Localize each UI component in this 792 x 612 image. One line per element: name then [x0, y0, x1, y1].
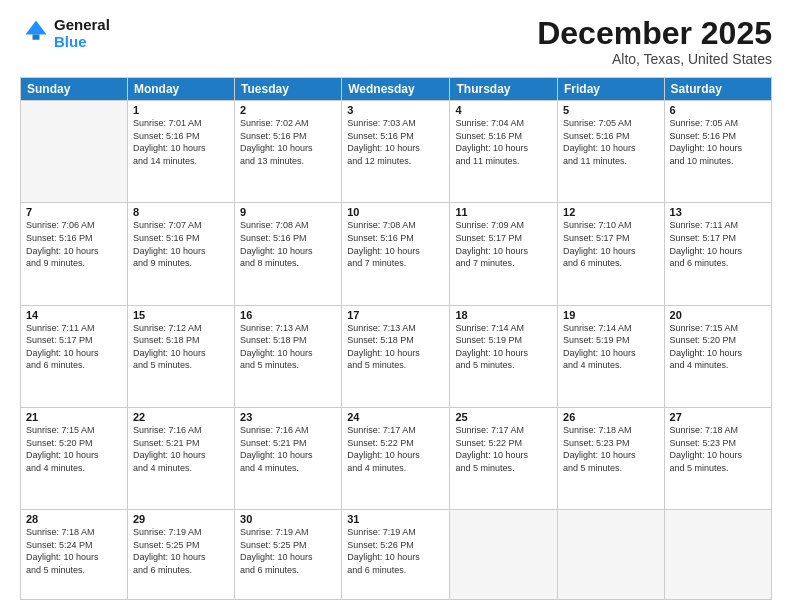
- day-number: 14: [26, 309, 122, 321]
- day-info: Sunrise: 7:08 AMSunset: 5:16 PMDaylight:…: [240, 219, 336, 269]
- day-number: 19: [563, 309, 659, 321]
- day-info: Sunrise: 7:18 AMSunset: 5:23 PMDaylight:…: [563, 424, 659, 474]
- day-number: 17: [347, 309, 444, 321]
- header-tuesday: Tuesday: [235, 78, 342, 101]
- header-thursday: Thursday: [450, 78, 558, 101]
- calendar-cell: 31Sunrise: 7:19 AMSunset: 5:26 PMDayligh…: [342, 510, 450, 600]
- day-info: Sunrise: 7:07 AMSunset: 5:16 PMDaylight:…: [133, 219, 229, 269]
- day-number: 25: [455, 411, 552, 423]
- calendar-row-4: 21Sunrise: 7:15 AMSunset: 5:20 PMDayligh…: [21, 407, 772, 509]
- day-number: 18: [455, 309, 552, 321]
- calendar-cell: 7Sunrise: 7:06 AMSunset: 5:16 PMDaylight…: [21, 203, 128, 305]
- day-number: 13: [670, 206, 766, 218]
- header-monday: Monday: [127, 78, 234, 101]
- calendar-title: December 2025: [537, 16, 772, 51]
- calendar-cell: [450, 510, 558, 600]
- calendar-cell: 3Sunrise: 7:03 AMSunset: 5:16 PMDaylight…: [342, 101, 450, 203]
- day-info: Sunrise: 7:16 AMSunset: 5:21 PMDaylight:…: [133, 424, 229, 474]
- calendar-cell: 17Sunrise: 7:13 AMSunset: 5:18 PMDayligh…: [342, 305, 450, 407]
- calendar-cell: 12Sunrise: 7:10 AMSunset: 5:17 PMDayligh…: [558, 203, 665, 305]
- day-number: 6: [670, 104, 766, 116]
- svg-rect-1: [33, 35, 40, 40]
- day-number: 30: [240, 513, 336, 525]
- day-number: 3: [347, 104, 444, 116]
- day-info: Sunrise: 7:05 AMSunset: 5:16 PMDaylight:…: [670, 117, 766, 167]
- day-info: Sunrise: 7:13 AMSunset: 5:18 PMDaylight:…: [347, 322, 444, 372]
- day-number: 10: [347, 206, 444, 218]
- calendar-subtitle: Alto, Texas, United States: [537, 51, 772, 67]
- calendar-row-1: 1Sunrise: 7:01 AMSunset: 5:16 PMDaylight…: [21, 101, 772, 203]
- calendar-cell: 19Sunrise: 7:14 AMSunset: 5:19 PMDayligh…: [558, 305, 665, 407]
- day-info: Sunrise: 7:09 AMSunset: 5:17 PMDaylight:…: [455, 219, 552, 269]
- calendar-cell: 23Sunrise: 7:16 AMSunset: 5:21 PMDayligh…: [235, 407, 342, 509]
- logo-icon: [22, 17, 50, 45]
- header-wednesday: Wednesday: [342, 78, 450, 101]
- day-number: 16: [240, 309, 336, 321]
- day-number: 22: [133, 411, 229, 423]
- logo-blue: Blue: [54, 33, 110, 50]
- day-info: Sunrise: 7:16 AMSunset: 5:21 PMDaylight:…: [240, 424, 336, 474]
- calendar-cell: 26Sunrise: 7:18 AMSunset: 5:23 PMDayligh…: [558, 407, 665, 509]
- calendar-cell: [21, 101, 128, 203]
- day-info: Sunrise: 7:17 AMSunset: 5:22 PMDaylight:…: [347, 424, 444, 474]
- day-info: Sunrise: 7:19 AMSunset: 5:25 PMDaylight:…: [240, 526, 336, 576]
- calendar-header-row: Sunday Monday Tuesday Wednesday Thursday…: [21, 78, 772, 101]
- day-number: 23: [240, 411, 336, 423]
- day-number: 31: [347, 513, 444, 525]
- day-info: Sunrise: 7:14 AMSunset: 5:19 PMDaylight:…: [563, 322, 659, 372]
- day-number: 12: [563, 206, 659, 218]
- title-block: December 2025 Alto, Texas, United States: [537, 16, 772, 67]
- calendar-cell: 6Sunrise: 7:05 AMSunset: 5:16 PMDaylight…: [664, 101, 771, 203]
- day-info: Sunrise: 7:05 AMSunset: 5:16 PMDaylight:…: [563, 117, 659, 167]
- calendar-cell: 24Sunrise: 7:17 AMSunset: 5:22 PMDayligh…: [342, 407, 450, 509]
- day-info: Sunrise: 7:15 AMSunset: 5:20 PMDaylight:…: [26, 424, 122, 474]
- day-number: 27: [670, 411, 766, 423]
- day-info: Sunrise: 7:15 AMSunset: 5:20 PMDaylight:…: [670, 322, 766, 372]
- day-info: Sunrise: 7:19 AMSunset: 5:26 PMDaylight:…: [347, 526, 444, 576]
- day-number: 15: [133, 309, 229, 321]
- day-number: 24: [347, 411, 444, 423]
- day-info: Sunrise: 7:02 AMSunset: 5:16 PMDaylight:…: [240, 117, 336, 167]
- calendar-cell: 5Sunrise: 7:05 AMSunset: 5:16 PMDaylight…: [558, 101, 665, 203]
- calendar-cell: 21Sunrise: 7:15 AMSunset: 5:20 PMDayligh…: [21, 407, 128, 509]
- calendar-cell: 22Sunrise: 7:16 AMSunset: 5:21 PMDayligh…: [127, 407, 234, 509]
- header: General Blue December 2025 Alto, Texas, …: [20, 16, 772, 67]
- calendar-cell: 14Sunrise: 7:11 AMSunset: 5:17 PMDayligh…: [21, 305, 128, 407]
- calendar-cell: 29Sunrise: 7:19 AMSunset: 5:25 PMDayligh…: [127, 510, 234, 600]
- day-info: Sunrise: 7:12 AMSunset: 5:18 PMDaylight:…: [133, 322, 229, 372]
- day-info: Sunrise: 7:01 AMSunset: 5:16 PMDaylight:…: [133, 117, 229, 167]
- calendar-cell: 27Sunrise: 7:18 AMSunset: 5:23 PMDayligh…: [664, 407, 771, 509]
- calendar-cell: 15Sunrise: 7:12 AMSunset: 5:18 PMDayligh…: [127, 305, 234, 407]
- calendar-cell: 2Sunrise: 7:02 AMSunset: 5:16 PMDaylight…: [235, 101, 342, 203]
- header-friday: Friday: [558, 78, 665, 101]
- calendar-cell: 13Sunrise: 7:11 AMSunset: 5:17 PMDayligh…: [664, 203, 771, 305]
- day-info: Sunrise: 7:11 AMSunset: 5:17 PMDaylight:…: [670, 219, 766, 269]
- calendar-cell: 18Sunrise: 7:14 AMSunset: 5:19 PMDayligh…: [450, 305, 558, 407]
- day-info: Sunrise: 7:06 AMSunset: 5:16 PMDaylight:…: [26, 219, 122, 269]
- day-number: 11: [455, 206, 552, 218]
- calendar-cell: 9Sunrise: 7:08 AMSunset: 5:16 PMDaylight…: [235, 203, 342, 305]
- day-number: 1: [133, 104, 229, 116]
- day-number: 7: [26, 206, 122, 218]
- calendar-row-5: 28Sunrise: 7:18 AMSunset: 5:24 PMDayligh…: [21, 510, 772, 600]
- day-info: Sunrise: 7:04 AMSunset: 5:16 PMDaylight:…: [455, 117, 552, 167]
- day-info: Sunrise: 7:17 AMSunset: 5:22 PMDaylight:…: [455, 424, 552, 474]
- day-info: Sunrise: 7:19 AMSunset: 5:25 PMDaylight:…: [133, 526, 229, 576]
- calendar-cell: 1Sunrise: 7:01 AMSunset: 5:16 PMDaylight…: [127, 101, 234, 203]
- day-number: 21: [26, 411, 122, 423]
- day-number: 28: [26, 513, 122, 525]
- calendar-cell: 4Sunrise: 7:04 AMSunset: 5:16 PMDaylight…: [450, 101, 558, 203]
- calendar-row-3: 14Sunrise: 7:11 AMSunset: 5:17 PMDayligh…: [21, 305, 772, 407]
- day-number: 9: [240, 206, 336, 218]
- day-number: 26: [563, 411, 659, 423]
- svg-marker-0: [26, 21, 47, 35]
- calendar-cell: 25Sunrise: 7:17 AMSunset: 5:22 PMDayligh…: [450, 407, 558, 509]
- day-info: Sunrise: 7:03 AMSunset: 5:16 PMDaylight:…: [347, 117, 444, 167]
- day-info: Sunrise: 7:10 AMSunset: 5:17 PMDaylight:…: [563, 219, 659, 269]
- day-info: Sunrise: 7:18 AMSunset: 5:23 PMDaylight:…: [670, 424, 766, 474]
- calendar-cell: 10Sunrise: 7:08 AMSunset: 5:16 PMDayligh…: [342, 203, 450, 305]
- calendar-cell: 16Sunrise: 7:13 AMSunset: 5:18 PMDayligh…: [235, 305, 342, 407]
- day-info: Sunrise: 7:18 AMSunset: 5:24 PMDaylight:…: [26, 526, 122, 576]
- day-number: 5: [563, 104, 659, 116]
- calendar-cell: [664, 510, 771, 600]
